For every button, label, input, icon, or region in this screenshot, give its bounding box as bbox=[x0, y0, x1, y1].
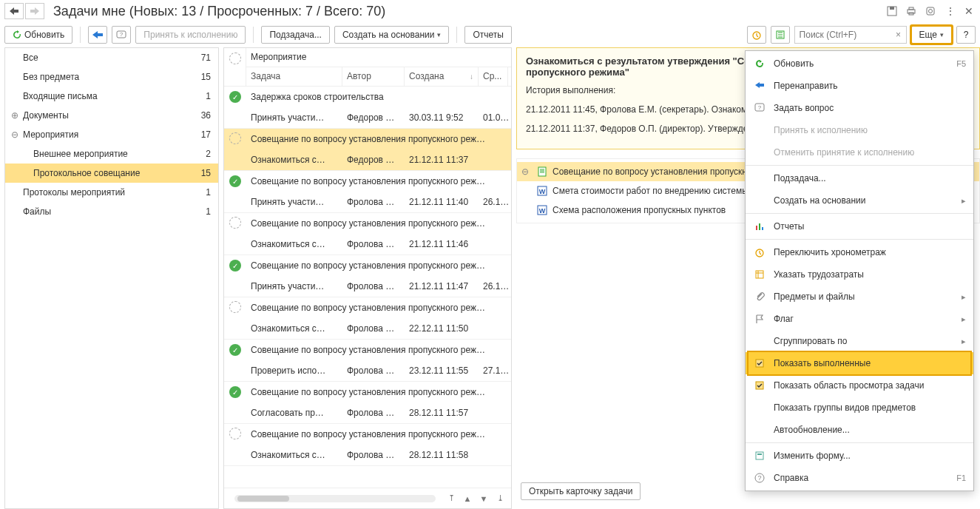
task-row[interactable]: ✓Совещание по вопросу установления пропу… bbox=[224, 171, 511, 213]
created-cell: 30.03.11 9:52 bbox=[405, 112, 479, 123]
svg-rect-20 bbox=[762, 227, 763, 230]
task-cell: Принять участи… bbox=[246, 281, 342, 291]
menu-item[interactable]: Предметы и файлы▸ bbox=[746, 286, 973, 308]
refresh-button[interactable]: Обновить bbox=[4, 26, 72, 44]
clear-search-button[interactable]: × bbox=[891, 30, 906, 40]
more-menu: ОбновитьF5Перенаправить?Задать вопросПри… bbox=[745, 50, 974, 491]
menu-item[interactable]: Создать на основании▸ bbox=[746, 189, 973, 212]
sidebar-item-label: Мероприятия bbox=[20, 129, 201, 140]
menu-item[interactable]: Показать выполненные bbox=[746, 352, 973, 374]
menu-item[interactable]: Указать трудозатраты bbox=[746, 263, 973, 286]
menu-item: Принять к исполнению bbox=[746, 119, 973, 141]
task-row[interactable]: Совещание по вопросу установления пропус… bbox=[224, 213, 511, 255]
print-icon[interactable] bbox=[905, 4, 918, 18]
refresh-icon bbox=[13, 30, 21, 39]
link-icon[interactable] bbox=[924, 4, 937, 18]
task-list-footer: ⤒ ▲ ▼ ⤓ bbox=[224, 488, 511, 508]
event-cell: Совещание по вопросу установления пропус… bbox=[246, 176, 511, 186]
task-row[interactable]: ✓Задержка сроков строительстваПринять уч… bbox=[224, 87, 511, 129]
created-column-header[interactable]: Создана↓ bbox=[405, 67, 479, 86]
menu-item[interactable]: Отчеты bbox=[746, 215, 973, 237]
sidebar-item[interactable]: Без предмета15 bbox=[5, 67, 218, 87]
nav-forward-button[interactable] bbox=[25, 3, 44, 19]
sidebar-item-label: Внешнее мероприятие bbox=[20, 149, 206, 159]
menu-item-label: Отчеты bbox=[774, 221, 966, 232]
author-column-header[interactable]: Автор bbox=[342, 67, 405, 86]
kebab-icon[interactable]: ⋮ bbox=[943, 4, 956, 18]
accept-label: Принять к исполнению bbox=[143, 30, 237, 40]
author-cell: Федоров … bbox=[342, 155, 405, 165]
task-row[interactable]: Совещание по вопросу установления пропус… bbox=[224, 424, 511, 466]
menu-item[interactable]: Показать область просмотра задачи bbox=[746, 374, 973, 397]
sidebar-item-count: 1 bbox=[206, 187, 214, 198]
menu-item[interactable]: Сгруппировать по▸ bbox=[746, 330, 973, 352]
ask-question-button[interactable]: ? bbox=[112, 26, 131, 44]
task-cell: Ознакомиться с… bbox=[246, 450, 342, 460]
reports-icon bbox=[753, 221, 766, 232]
status-column-header[interactable] bbox=[224, 48, 246, 86]
task-row[interactable]: ✓Совещание по вопросу установления пропу… bbox=[224, 255, 511, 297]
nav-back-button[interactable] bbox=[4, 3, 24, 19]
status-done-icon: ✓ bbox=[229, 91, 241, 103]
goto-top-icon[interactable]: ⤒ bbox=[445, 493, 458, 503]
redirect-button[interactable] bbox=[88, 26, 107, 44]
sidebar-item[interactable]: Файлы1 bbox=[5, 202, 218, 221]
effort-button[interactable] bbox=[771, 26, 790, 44]
timer-button[interactable] bbox=[747, 26, 766, 44]
svg-rect-18 bbox=[756, 226, 757, 230]
sidebar-item[interactable]: Протоколы мероприятий1 bbox=[5, 183, 218, 202]
subtask-button[interactable]: Подзадача... bbox=[261, 26, 330, 44]
close-icon[interactable]: ✕ bbox=[962, 4, 976, 18]
help-icon: ? bbox=[753, 473, 766, 483]
task-column-header[interactable]: Задача bbox=[246, 67, 342, 86]
menu-separator bbox=[746, 239, 973, 240]
menu-item[interactable]: Подзадача... bbox=[746, 167, 973, 189]
help-button[interactable]: ? bbox=[956, 26, 976, 44]
menu-item-label: Перенаправить bbox=[774, 81, 966, 91]
more-button[interactable]: Еще ▾ bbox=[911, 26, 952, 44]
goto-down-icon[interactable]: ▼ bbox=[477, 494, 490, 503]
sidebar-item[interactable]: Протокольное совещание15 bbox=[5, 164, 218, 183]
reports-button[interactable]: Отчеты bbox=[464, 26, 511, 44]
task-row[interactable]: ✓Совещание по вопросу установления пропу… bbox=[224, 340, 511, 382]
open-card-button[interactable]: Открыть карточку задачи bbox=[521, 482, 641, 500]
author-cell: Фролова … bbox=[342, 408, 405, 418]
menu-item[interactable]: Автообновление... bbox=[746, 419, 973, 441]
menu-item[interactable]: ОбновитьF5 bbox=[746, 53, 973, 75]
save-icon[interactable] bbox=[885, 4, 899, 18]
menu-item[interactable]: Флаг▸ bbox=[746, 308, 973, 330]
goto-bottom-icon[interactable]: ⤓ bbox=[493, 493, 507, 503]
menu-item[interactable]: Перенаправить bbox=[746, 75, 973, 97]
task-row[interactable]: Совещание по вопросу установления пропус… bbox=[224, 129, 511, 171]
menu-item[interactable]: ?Задать вопрос bbox=[746, 97, 973, 119]
task-row[interactable]: ✓Совещание по вопросу установления пропу… bbox=[224, 382, 511, 424]
menu-item-label: Переключить хронометраж bbox=[774, 247, 966, 257]
due-column-header[interactable]: Ср... bbox=[479, 67, 508, 86]
created-cell: 28.12.11 11:58 bbox=[405, 450, 479, 460]
task-row[interactable]: Совещание по вопросу установления пропус… bbox=[224, 297, 511, 340]
menu-item[interactable]: Показать группы видов предметов bbox=[746, 397, 973, 419]
event-column-header[interactable]: Мероприятие bbox=[246, 48, 511, 67]
menu-item-label: Создать на основании bbox=[774, 195, 954, 206]
menu-item[interactable]: Переключить хронометраж bbox=[746, 241, 973, 263]
sidebar-item[interactable]: ⊕Документы36 bbox=[5, 106, 218, 125]
sidebar-item[interactable]: ⊖Мероприятия17 bbox=[5, 125, 218, 144]
create-based-button[interactable]: Создать на основании ▾ bbox=[334, 26, 450, 44]
accept-button[interactable]: Принять к исполнению bbox=[135, 26, 246, 44]
status-pending-icon bbox=[229, 428, 241, 439]
reports-label: Отчеты bbox=[473, 30, 503, 40]
sidebar-item[interactable]: Входящие письма1 bbox=[5, 87, 218, 106]
status-done-icon: ✓ bbox=[229, 175, 241, 187]
sidebar-item[interactable]: Все71 bbox=[5, 48, 218, 67]
menu-item-label: Принять к исполнению bbox=[774, 125, 966, 135]
divider bbox=[80, 27, 81, 43]
menu-item[interactable]: ?СправкаF1 bbox=[746, 467, 973, 489]
sidebar-item-label: Документы bbox=[20, 110, 201, 121]
created-cell: 21.12.11 11:40 bbox=[405, 197, 479, 207]
menu-item[interactable]: Изменить форму... bbox=[746, 445, 973, 467]
submenu-arrow-icon: ▸ bbox=[962, 337, 966, 346]
sidebar-item[interactable]: Внешнее мероприятие2 bbox=[5, 144, 218, 164]
search-input[interactable] bbox=[795, 30, 891, 40]
horizontal-scrollbar[interactable] bbox=[234, 495, 436, 502]
goto-up-icon[interactable]: ▲ bbox=[461, 494, 474, 503]
